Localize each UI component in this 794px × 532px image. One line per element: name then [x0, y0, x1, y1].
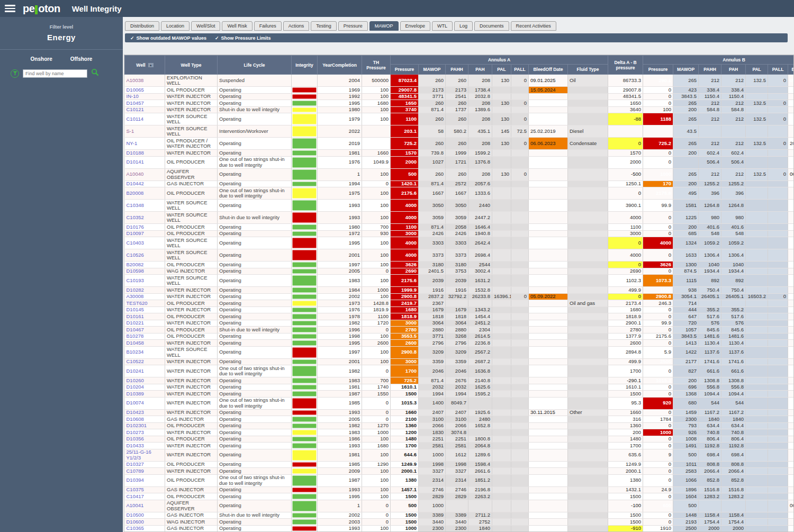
- well-link[interactable]: D10467: [127, 327, 144, 332]
- well-link[interactable]: D10598: [127, 268, 144, 274]
- table-row[interactable]: D10394OIL PRODUCEROne out of two strings…: [125, 474, 794, 486]
- table-row[interactable]: D10241WATER INJECTOROne out of two strin…: [125, 365, 794, 377]
- table-row[interactable]: C10789WATER INJECTOROperating20091002000…: [125, 468, 794, 475]
- table-row[interactable]: D10204WATER INJECTOROperating19811740161…: [125, 384, 794, 391]
- col-header-b-pall[interactable]: PALL: [768, 65, 788, 75]
- col-header-fluid-type[interactable]: Fluid Type: [568, 65, 608, 75]
- well-link[interactable]: C10375: [127, 486, 144, 492]
- col-header-well[interactable]: Well▲: [125, 56, 165, 75]
- table-row[interactable]: D10176OIL PRODUCEROperating1980700110087…: [125, 224, 794, 231]
- tab-well-slot[interactable]: Well/Slot: [191, 21, 220, 31]
- well-link[interactable]: D102301: [127, 422, 147, 428]
- table-row[interactable]: TEST620OIL PRODUCEROperating19731428.824…: [125, 300, 794, 307]
- table-row[interactable]: 25/11-G-16 Y1/2/3WATER INJECTOROperating…: [125, 449, 794, 461]
- col-header-a-mawop[interactable]: MAWOP: [419, 65, 446, 75]
- col-header-delta-a-b[interactable]: Delta A - B pressure: [608, 56, 643, 75]
- table-row[interactable]: D10467OIL PRODUCERShut-in due to well in…: [125, 327, 794, 333]
- well-link[interactable]: D10204: [127, 384, 144, 390]
- well-link[interactable]: D10600: [127, 519, 144, 525]
- table-row[interactable]: D10065OIL PRODUCEROperating196910029007.…: [125, 87, 794, 94]
- tab-wtl[interactable]: WTL: [432, 21, 453, 31]
- well-link[interactable]: D10145: [127, 306, 144, 312]
- well-link[interactable]: D10282: [127, 287, 144, 293]
- table-row[interactable]: D10458WATER INJECTOROperating19952600260…: [125, 340, 794, 347]
- table-row[interactable]: S-1WATER SOURCE WELLIntervention/Workove…: [125, 125, 794, 138]
- table-row[interactable]: D10273WATER INJECTOROperating19831000120…: [125, 429, 794, 436]
- table-row[interactable]: D102301OIL PRODUCEROperating198212701360…: [125, 422, 794, 429]
- table-row[interactable]: D10145WATER INJECTOROperating19761819.91…: [125, 306, 794, 313]
- table-row[interactable]: D10433WATER INJECTOROperating19931680170…: [125, 443, 794, 449]
- table-row[interactable]: B20008OIL PRODUCEROne out of two strings…: [125, 187, 794, 200]
- well-link[interactable]: C10526: [127, 252, 144, 258]
- well-link[interactable]: B20082: [127, 262, 144, 267]
- table-row[interactable]: D10074WATER INJECTOROne out of two strin…: [125, 397, 794, 409]
- col-header-well-type[interactable]: Well Type: [165, 56, 218, 75]
- well-link[interactable]: D10394: [127, 477, 144, 483]
- offshore-button[interactable]: Offshore: [70, 56, 93, 62]
- well-link[interactable]: C10365: [127, 525, 144, 531]
- tab-recent-activities[interactable]: Recent Activities: [511, 21, 556, 31]
- table-row[interactable]: A10038EXPLORATION WELLSuspended200450000…: [125, 75, 794, 87]
- filter-funnel-icon[interactable]: [11, 69, 19, 78]
- col-header-b-pal[interactable]: PAL: [746, 65, 768, 75]
- col-header-a-bleedoff-date[interactable]: BleedOff Date: [529, 65, 568, 75]
- col-header-th-pressure[interactable]: TH Pressure: [362, 56, 391, 75]
- table-row[interactable]: D10188WATER INJECTOROperating19811660157…: [125, 150, 794, 157]
- well-link[interactable]: D10221: [127, 320, 144, 326]
- well-link[interactable]: C10352: [127, 214, 144, 220]
- well-link[interactable]: A30008: [127, 293, 144, 299]
- table-row[interactable]: D10442GAS INJECTOROperating199401420.187…: [125, 181, 794, 187]
- table-row[interactable]: NY-1OIL PRODUCER / WATER INJECTOROperati…: [125, 138, 794, 150]
- table-row[interactable]: D10500GAS INJECTORShut-in due to well in…: [125, 512, 794, 519]
- col-header-a-pal[interactable]: PAL: [492, 65, 511, 75]
- well-link[interactable]: D10457: [127, 100, 144, 106]
- tab-log[interactable]: Log: [454, 21, 473, 31]
- well-link[interactable]: IN-10: [127, 93, 139, 99]
- option-show-pressure-limits[interactable]: ✓Show Pressure Limits: [215, 35, 271, 41]
- well-link[interactable]: D10097: [127, 230, 144, 236]
- tab-well-risk[interactable]: Well Risk: [222, 21, 252, 31]
- tab-distribution[interactable]: Distribution: [125, 21, 159, 31]
- table-row[interactable]: C10526WATER SOURCE WELLOperating20011004…: [125, 249, 794, 262]
- well-link[interactable]: NY-1: [127, 140, 138, 146]
- well-link[interactable]: D10260: [127, 377, 144, 383]
- table-row[interactable]: C10352WATER SOURCE WELLShut-in due to we…: [125, 212, 794, 224]
- well-link[interactable]: D10273: [127, 429, 144, 435]
- table-row[interactable]: D10260WATER INJECTOROperating1983700725.…: [125, 377, 794, 384]
- well-link[interactable]: C10789: [127, 468, 144, 474]
- table-row[interactable]: D10389WATER INJECTOROperating19871550150…: [125, 391, 794, 398]
- col-header-b-bleedoff-date[interactable]: BleedOff Date: [788, 65, 794, 75]
- well-link[interactable]: D10500: [127, 512, 144, 518]
- col-header-year-completion[interactable]: YearCompletion: [318, 56, 362, 75]
- well-link[interactable]: C10121: [127, 106, 144, 112]
- well-link[interactable]: D10161: [127, 313, 144, 319]
- search-input[interactable]: [23, 69, 87, 78]
- tab-location[interactable]: Location: [161, 21, 190, 31]
- tab-failures[interactable]: Failures: [254, 21, 282, 31]
- well-link[interactable]: C10403: [127, 240, 144, 246]
- well-link[interactable]: A10041: [127, 502, 144, 508]
- table-row[interactable]: D10161OIL PRODUCEROperating197811001818.…: [125, 313, 794, 320]
- col-header-b-pressure[interactable]: Pressure: [643, 65, 673, 75]
- tab-envelope[interactable]: Envelope: [400, 21, 431, 31]
- table-row[interactable]: D10598WAG INJECTOROperating2005026902401…: [125, 268, 794, 275]
- table-row[interactable]: D10141OIL PRODUCEROne out of two strings…: [125, 156, 794, 168]
- well-link[interactable]: C10348: [127, 202, 144, 208]
- well-link[interactable]: A10038: [127, 77, 144, 83]
- col-header-b-mawop[interactable]: MAWOP: [673, 65, 699, 75]
- well-link[interactable]: D10188: [127, 150, 144, 156]
- table-row[interactable]: A10041AQUIFER OBSERVEROperating105001000…: [125, 500, 794, 512]
- table-row[interactable]: C10365GAS INJECTOROperating1993100100023…: [125, 525, 794, 532]
- tab-testing[interactable]: Testing: [311, 21, 337, 31]
- table-row[interactable]: D10221WATER INJECTOROperating19821720300…: [125, 320, 794, 327]
- well-link[interactable]: TEST620: [127, 300, 148, 306]
- well-link[interactable]: C10522: [127, 358, 144, 364]
- well-link[interactable]: D10423: [127, 409, 144, 415]
- well-link[interactable]: D10458: [127, 340, 144, 346]
- well-link[interactable]: 25/11-G-16 Y1/2/3: [127, 449, 151, 461]
- well-link[interactable]: C10193: [127, 277, 144, 283]
- well-link[interactable]: D10608: [127, 416, 144, 422]
- tab-pressure[interactable]: Pressure: [338, 21, 368, 31]
- option-show-outdated-mawop-values[interactable]: ✓Show outdated MAWOP values: [130, 35, 206, 41]
- well-link[interactable]: B10234: [127, 349, 144, 355]
